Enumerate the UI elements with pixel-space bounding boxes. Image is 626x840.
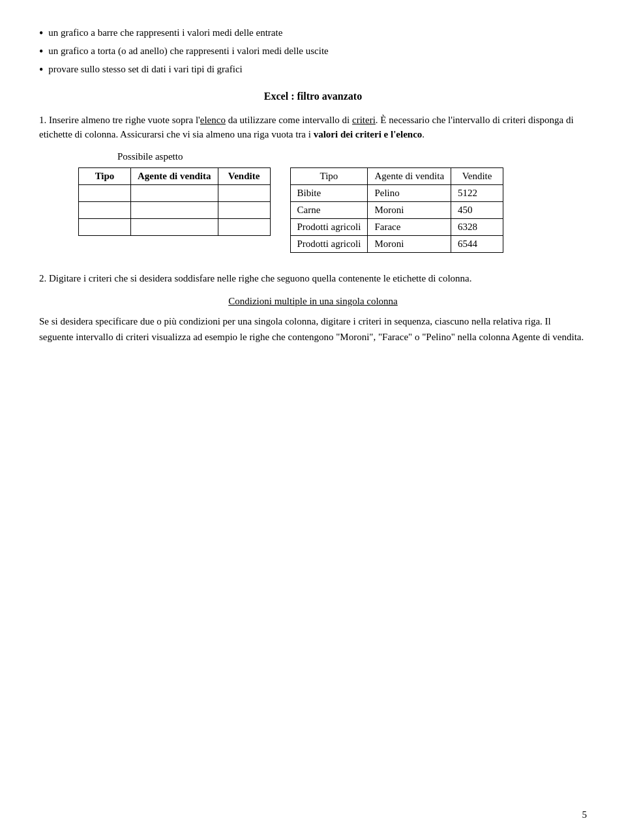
criteria-cell-3-3 [218, 218, 270, 235]
step1-link-elenco: elenco [200, 115, 226, 125]
criteria-cell-2-3 [218, 201, 270, 218]
bullet-list: un grafico a barre che rappresenti i val… [39, 26, 587, 79]
criteria-cell-1-3 [218, 184, 270, 201]
criteria-empty-row-3 [79, 218, 271, 235]
possible-aspect-label: Possibile aspetto [117, 151, 587, 162]
step1-number: 1. [39, 115, 46, 125]
condizioni-title: Condizioni multiple in una singola colon… [39, 296, 587, 307]
criteria-cell-3-2 [131, 218, 218, 235]
data-header-tipo: Tipo [290, 167, 368, 184]
criteria-table: Tipo Agente di vendita Vendite [78, 167, 271, 236]
data-cell-0-0: Bibite [290, 184, 368, 201]
bullet-item-3: provare sullo stesso set di dati i vari … [39, 63, 587, 78]
bullet-item-2: un grafico a torta (o ad anello) che rap… [39, 44, 587, 60]
criteria-empty-row-1 [79, 184, 271, 201]
criteria-cell-2-2 [131, 201, 218, 218]
step2-number: 2. [39, 273, 46, 283]
criteria-cell-3-1 [79, 218, 131, 235]
data-row-0: BibitePelino5122 [290, 184, 503, 201]
data-cell-0-2: 5122 [451, 184, 503, 201]
step2-paragraph: 2. Digitare i criteri che si desidera so… [39, 271, 587, 286]
step1-bold: valori dei criteri e l'elenco [314, 129, 423, 139]
data-cell-2-2: 6328 [451, 218, 503, 235]
data-cell-0-1: Pelino [368, 184, 451, 201]
criteria-header-row: Tipo Agente di vendita Vendite [79, 167, 271, 184]
data-row-1: CarneMoroni450 [290, 201, 503, 218]
criteria-cell-2-1 [79, 201, 131, 218]
data-cell-1-1: Moroni [368, 201, 451, 218]
step1-paragraph: 1. Inserire almeno tre righe vuote sopra… [39, 113, 587, 142]
data-cell-2-0: Prodotti agricoli [290, 218, 368, 235]
data-header-row: Tipo Agente di vendita Vendite [290, 167, 503, 184]
step1-text-before: Inserire almeno tre righe vuote sopra l' [49, 115, 200, 125]
section-title: Excel : filtro avanzato [39, 91, 587, 102]
step2-text: Digitare i criteri che si desidera soddi… [49, 273, 472, 283]
criteria-header-tipo: Tipo [79, 167, 131, 184]
data-table: Tipo Agente di vendita Vendite BibitePel… [290, 167, 504, 253]
criteria-empty-row-2 [79, 201, 271, 218]
criteria-header-vendite: Vendite [218, 167, 270, 184]
criteria-table-wrapper: Tipo Agente di vendita Vendite [78, 167, 271, 236]
data-cell-3-1: Moroni [368, 235, 451, 252]
bullet-item-1: un grafico a barre che rappresenti i val… [39, 26, 587, 42]
data-cell-1-2: 450 [451, 201, 503, 218]
data-cell-2-1: Farace [368, 218, 451, 235]
page-number: 5 [582, 809, 588, 820]
condizioni-text: Se si desidera specificare due o più con… [39, 313, 587, 345]
data-row-2: Prodotti agricoliFarace6328 [290, 218, 503, 235]
tables-container: Tipo Agente di vendita Vendite [78, 167, 587, 259]
data-header-vendite: Vendite [451, 167, 503, 184]
criteria-header-agente: Agente di vendita [131, 167, 218, 184]
data-row-3: Prodotti agricoliMoroni6544 [290, 235, 503, 252]
data-table-wrapper: Tipo Agente di vendita Vendite BibitePel… [290, 167, 504, 253]
criteria-cell-1-1 [79, 184, 131, 201]
data-header-agente: Agente di vendita [368, 167, 451, 184]
data-cell-1-0: Carne [290, 201, 368, 218]
step1-text-after: da utilizzare come intervallo di [226, 115, 352, 125]
data-cell-3-0: Prodotti agricoli [290, 235, 368, 252]
step1-link-criteri: criteri [352, 115, 376, 125]
data-cell-3-2: 6544 [451, 235, 503, 252]
criteria-cell-1-2 [131, 184, 218, 201]
step1-text-final: . [422, 129, 425, 139]
